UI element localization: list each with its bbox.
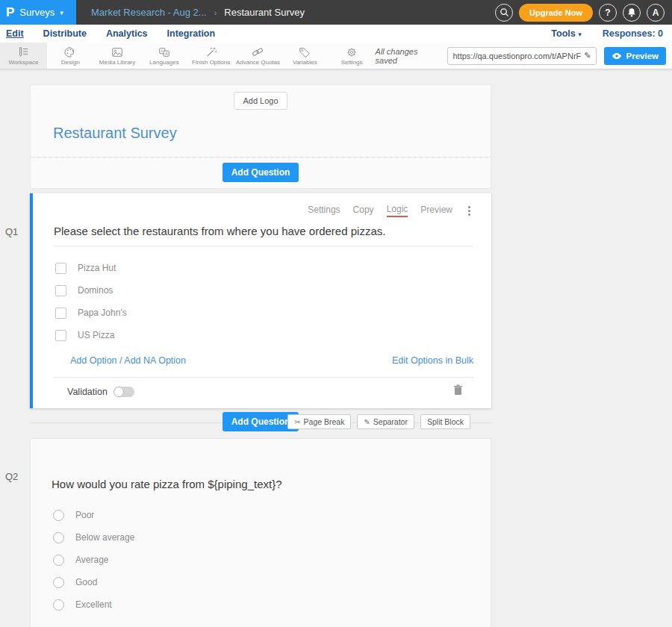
delete-question-icon[interactable] [453, 384, 463, 399]
edit-options-in-bulk-link[interactable]: Edit Options in Bulk [392, 355, 473, 366]
svg-text:A: A [165, 52, 168, 56]
add-option-link[interactable]: Add Option [70, 355, 117, 366]
upgrade-now-button[interactable]: Upgrade Now [519, 4, 593, 22]
q1-settings-link[interactable]: Settings [308, 205, 340, 216]
q1-copy-link[interactable]: Copy [353, 205, 374, 216]
breadcrumb-parent[interactable]: Market Research - Aug 2... [91, 7, 207, 18]
q2-option-label[interactable]: Poor [75, 510, 94, 520]
tab-analytics[interactable]: Analytics [106, 27, 148, 40]
q1-option-row[interactable]: US Pizza [55, 324, 473, 346]
q1-action-menu: Settings Copy Logic Preview [54, 202, 473, 219]
tab-integration[interactable]: Integration [167, 27, 216, 40]
q2-option-label[interactable]: Below average [75, 532, 134, 543]
toolbar-item-advance-quotas[interactable]: Advance Quotas [234, 43, 281, 69]
q2-question-text[interactable]: How would you rate pizza from ${piping_t… [52, 478, 473, 490]
chevron-down-icon: ▾ [578, 31, 582, 38]
toolbar-item-variables[interactable]: Variables [281, 43, 329, 69]
chain-links-icon [251, 46, 264, 58]
survey-url-box: ✎ [447, 47, 596, 65]
checkbox-icon[interactable] [55, 308, 66, 319]
q1-option-label[interactable]: Papa John's [78, 308, 127, 318]
tag-icon [298, 46, 311, 58]
separator-button[interactable]: ✎ Separator [357, 414, 414, 429]
chevron-down-icon: ▾ [60, 9, 63, 16]
toolbar-item-workspace[interactable]: Workspace [0, 43, 47, 69]
q1-option-row[interactable]: Dominos [55, 279, 473, 302]
q2-option-row[interactable]: Poor [53, 504, 473, 526]
toolbar-item-finish-options[interactable]: Finish Options [187, 43, 234, 69]
tools-label: Tools [551, 28, 575, 39]
responses-count[interactable]: Responses: 0 [603, 28, 663, 39]
help-button[interactable]: ? [599, 4, 617, 22]
page-break-button[interactable]: ✂ Page Break [287, 414, 351, 429]
toolbar-label: Workspace [8, 59, 38, 66]
tab-edit[interactable]: Edit [6, 27, 24, 40]
q1-logic-link[interactable]: Logic [387, 204, 408, 217]
breadcrumb: Market Research - Aug 2... › Restaurant … [91, 0, 305, 25]
search-button[interactable] [495, 4, 513, 22]
radio-icon[interactable] [53, 555, 64, 566]
media-image-icon [111, 46, 124, 58]
edit-url-icon[interactable]: ✎ [584, 51, 591, 60]
split-block-button[interactable]: Split Block [420, 414, 470, 429]
q2-option-label[interactable]: Good [75, 577, 97, 587]
avatar[interactable]: A [647, 4, 665, 22]
languages-translate-icon: x A [158, 46, 171, 58]
editor-toolbar: Workspace Design Media Library x A Langu… [0, 43, 672, 69]
top-header: P Surveys ▾ Market Research - Aug 2... ›… [0, 0, 672, 25]
radio-icon[interactable] [53, 532, 64, 543]
toolbar-item-languages[interactable]: x A Languages [140, 43, 187, 69]
validation-toggle[interactable] [113, 387, 134, 397]
checkbox-icon[interactable] [55, 263, 66, 274]
insert-row-1: Add Question ✂ Page Break ✎ Separator Sp… [30, 408, 491, 437]
toolbar-label: Finish Options [192, 59, 230, 66]
q2-option-row[interactable]: Good [53, 571, 473, 593]
q1-option-label[interactable]: US Pizza [78, 330, 114, 340]
q2-option-row[interactable]: Average [53, 549, 473, 571]
workspace-icon [16, 46, 30, 58]
add-question-button-top[interactable]: Add Question [223, 163, 299, 182]
validation-label: Validation [67, 387, 108, 397]
product-switcher[interactable]: P Surveys ▾ [0, 0, 76, 25]
product-menu-label: Surveys [19, 7, 55, 18]
q1-preview-link[interactable]: Preview [420, 205, 452, 216]
toolbar-item-media-library[interactable]: Media Library [94, 43, 141, 69]
toolbar-item-settings[interactable]: Settings [329, 43, 376, 69]
question-number-q1: Q1 [5, 226, 18, 237]
toolbar-item-design[interactable]: Design [47, 43, 94, 69]
question-number-q2: Q2 [5, 471, 18, 482]
checkbox-icon[interactable] [55, 285, 66, 296]
notifications-button[interactable] [623, 4, 641, 22]
q2-option-label[interactable]: Excellent [75, 599, 112, 610]
questionpro-logo-icon: P [6, 6, 14, 19]
toolbar-label: Advance Quotas [236, 59, 280, 66]
add-na-option-link[interactable]: Add NA Option [124, 355, 186, 366]
q1-more-options-icon[interactable] [465, 205, 473, 217]
q2-option-row[interactable]: Below average [53, 526, 473, 549]
q1-option-row[interactable]: Papa John's [55, 302, 473, 324]
q1-option-label[interactable]: Pizza Hut [78, 263, 116, 273]
q2-option-label[interactable]: Average [75, 555, 108, 565]
survey-url-input[interactable] [452, 52, 581, 60]
radio-icon[interactable] [53, 577, 64, 588]
toolbar-label: Variables [293, 59, 317, 66]
q1-card[interactable]: Settings Copy Logic Preview Please selec… [30, 193, 491, 408]
tab-distribute[interactable]: Distribute [43, 27, 87, 40]
tools-menu[interactable]: Tools ▾ [551, 28, 581, 39]
q2-card[interactable]: How would you rate pizza from ${piping_t… [30, 438, 491, 627]
preview-button[interactable]: Preview [604, 47, 666, 65]
q1-option-row[interactable]: Pizza Hut [55, 257, 473, 279]
radio-icon[interactable] [53, 599, 64, 611]
save-status: All changes saved [376, 47, 441, 65]
add-logo-button[interactable]: Add Logo [234, 92, 287, 110]
q1-add-option-links: Add Option / Add NA Option [70, 355, 186, 366]
q2-option-row[interactable]: Excellent [53, 593, 473, 616]
survey-title[interactable]: Restaurant Survey [53, 125, 491, 142]
bell-icon [627, 7, 636, 17]
checkbox-icon[interactable] [55, 330, 66, 341]
radio-icon[interactable] [53, 510, 64, 521]
q1-option-label[interactable]: Dominos [78, 285, 113, 296]
q1-question-text[interactable]: Please select the restaurants from where… [54, 225, 473, 246]
breadcrumb-separator-icon: › [214, 8, 217, 17]
survey-header-card: Add Logo Restaurant Survey Add Question [30, 84, 491, 189]
